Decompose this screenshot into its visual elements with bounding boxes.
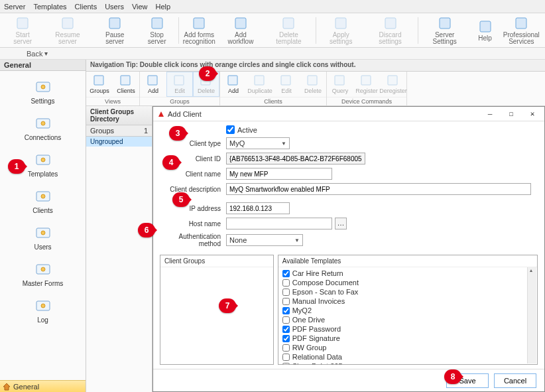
ribbon-pause-server[interactable]: Pause server (93, 15, 137, 46)
template-compose-document[interactable]: Compose Document (280, 278, 536, 287)
callout-7: 7 (219, 298, 236, 313)
template-label: One Drive (292, 316, 326, 324)
sidebar-footer-label: General (13, 383, 39, 391)
svg-rect-2 (109, 18, 120, 29)
template-manual-invoices[interactable]: Manual Invoices (280, 296, 536, 306)
minimize-button[interactable]: — (482, 109, 498, 118)
template-pdf-signature[interactable]: PDF Signature (280, 334, 536, 343)
client-type-label: Client type (160, 140, 226, 147)
svg-rect-4 (194, 18, 204, 29)
template-checkbox[interactable] (282, 316, 290, 324)
menu-templates[interactable]: Templates (33, 3, 66, 11)
menu-view[interactable]: View (132, 3, 148, 11)
ip-field[interactable] (226, 202, 290, 214)
ribbon-stop-server[interactable]: Stop server (137, 15, 177, 46)
sidebar-item-settings[interactable]: Settings (0, 75, 86, 107)
group-ungrouped[interactable]: Ungrouped (86, 137, 152, 147)
template-checkbox[interactable] (282, 307, 290, 314)
ribbon2-add[interactable]: Add (140, 72, 166, 97)
sidebar-item-connections[interactable]: Connections (0, 111, 86, 144)
client-desc-field[interactable] (226, 183, 531, 195)
host-label: Host name (160, 220, 226, 228)
active-checkbox[interactable] (226, 125, 235, 134)
svg-point-19 (41, 194, 45, 198)
template-label: PDF Password (292, 325, 341, 333)
svg-rect-5 (235, 18, 246, 29)
template-pdf-password[interactable]: PDF Password (280, 324, 536, 334)
client-id-field (226, 153, 365, 164)
sidebar-item-clients[interactable]: Clients (0, 184, 86, 217)
svg-rect-0 (17, 18, 28, 29)
client-type-combo[interactable]: MyQ ▼ (226, 137, 290, 149)
template-checkbox[interactable] (282, 289, 290, 296)
stack-icon (34, 151, 52, 169)
main-ribbon: Start serverResume serverPause serverSto… (0, 13, 545, 48)
template-label: MyQ2 (292, 306, 312, 314)
ribbon-start-server: Start server (3, 15, 42, 46)
template-myq2[interactable]: MyQ2 (280, 306, 536, 315)
template-checkbox[interactable] (282, 363, 290, 365)
template-label: Compose Document (292, 279, 359, 287)
ribbon2-groups[interactable]: Groups (86, 72, 113, 97)
svg-rect-30 (174, 76, 184, 85)
svg-rect-35 (308, 76, 317, 85)
template-checkbox[interactable] (282, 279, 290, 287)
menu-help[interactable]: Help (156, 3, 171, 11)
cancel-button[interactable]: Cancel (494, 373, 536, 388)
gear-icon (34, 78, 52, 96)
menu-server[interactable]: Server (4, 3, 25, 11)
svg-rect-34 (281, 76, 290, 85)
maximize-button[interactable]: ☐ (503, 109, 519, 118)
client-groups-listbox[interactable]: Client Groups (160, 255, 274, 365)
auth-combo[interactable]: None ▼ (226, 234, 303, 246)
menu-users[interactable]: Users (105, 3, 124, 11)
svg-rect-38 (388, 76, 397, 85)
template-sharepoint-365[interactable]: SharePoint 365 (280, 361, 536, 364)
template-checkbox[interactable] (282, 326, 290, 333)
ribbon2-add[interactable]: Add (220, 72, 247, 97)
ribbon-server-settings[interactable]: Server Settings (420, 15, 470, 46)
app-icon (157, 110, 165, 118)
svg-rect-9 (440, 18, 450, 29)
ribbon2-edit: Edit (273, 72, 300, 97)
scrollbar[interactable] (527, 267, 536, 363)
menu-clients[interactable]: Clients (75, 3, 97, 11)
ribbon-professional-services[interactable]: ProfessionalServices (501, 15, 542, 46)
host-field[interactable] (226, 218, 332, 229)
template-one-drive[interactable]: One Drive (280, 315, 536, 324)
template-epson-scan-to-fax[interactable]: Epson - Scan to Fax (280, 287, 536, 296)
auth-label: Authentication method (160, 233, 226, 247)
templates-list-header: Available Templates (278, 255, 537, 267)
ribbon-add-forms-recognition[interactable]: Add formsrecognition (180, 15, 218, 46)
template-label: Car Hire Return (292, 269, 343, 277)
ribbon-add-workflow[interactable]: Add workflow (218, 15, 263, 46)
sidebar-item-log[interactable]: Log (0, 294, 86, 326)
available-templates-listbox[interactable]: Available Templates Car Hire ReturnCompo… (278, 255, 538, 365)
template-checkbox[interactable] (282, 270, 290, 277)
ribbon2-delete: Delete (300, 72, 326, 97)
template-checkbox[interactable] (282, 298, 290, 305)
template-checkbox[interactable] (282, 335, 290, 342)
host-lookup-button[interactable]: … (335, 218, 347, 229)
sidebar-item-master-forms[interactable]: Master Forms (0, 257, 86, 290)
template-rw-group[interactable]: RW Group (280, 343, 536, 352)
client-name-field[interactable] (226, 168, 332, 180)
ribbon-delete-template: Delete template (263, 15, 314, 46)
close-button[interactable]: ✕ (524, 109, 540, 118)
ribbon-resume-server: Resume server (42, 15, 92, 46)
sidebar-item-users[interactable]: Users (0, 221, 86, 253)
template-relational-data[interactable]: Relational Data (280, 352, 536, 361)
ribbon-apply-settings: Apply settings (318, 15, 364, 46)
ribbon-help[interactable]: Help (470, 15, 501, 46)
svg-rect-6 (283, 18, 294, 29)
back-label: Back (27, 50, 42, 58)
client-groups-list-header: Client Groups (160, 255, 273, 267)
svg-rect-8 (385, 18, 396, 29)
back-bar[interactable]: Back ▾ (0, 48, 545, 60)
template-car-hire-return[interactable]: Car Hire Return (280, 269, 536, 278)
ribbon2-clients[interactable]: Clients (113, 72, 139, 97)
client-groups-panel: Client Groups Directory Groups 1 Ungroup… (86, 106, 152, 392)
sidebar-footer-general[interactable]: General (0, 380, 86, 392)
template-checkbox[interactable] (282, 344, 290, 352)
template-checkbox[interactable] (282, 354, 290, 361)
